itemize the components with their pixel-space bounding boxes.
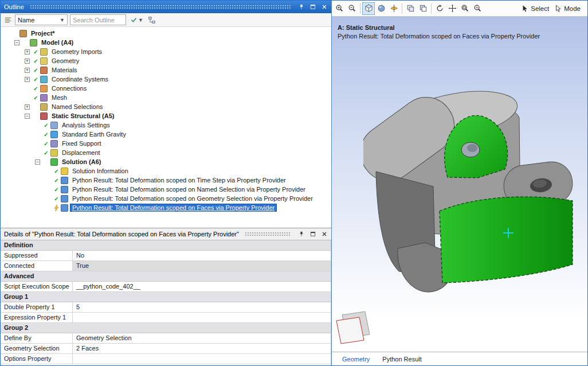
graphics-toolbar: SelectMode xyxy=(332,1,587,17)
details-row-value[interactable]: 2 Faces xyxy=(73,344,331,354)
maximize-icon[interactable] xyxy=(308,3,317,11)
details-row-value[interactable]: Geometry Selection xyxy=(73,333,331,344)
collapse-icon[interactable]: − xyxy=(14,40,19,45)
tree-item[interactable]: ✓Python Result: Total Deformation scoped… xyxy=(1,194,331,203)
tree-item-label: Solution (A6) xyxy=(60,158,103,165)
filter-list-icon[interactable] xyxy=(3,15,13,25)
outline-titlebar[interactable]: Outline xyxy=(1,1,331,13)
project-icon xyxy=(19,30,27,37)
tree-item[interactable]: Project* xyxy=(1,29,331,38)
close-icon[interactable] xyxy=(320,230,329,239)
section-plane-icon[interactable] xyxy=(387,2,400,15)
select-label[interactable]: Select xyxy=(531,5,549,12)
details-panel-title: Details of "Python Result: Total Deforma… xyxy=(4,231,239,237)
graphics-viewport[interactable]: A: Static Structural Python Result: Tota… xyxy=(332,17,587,352)
details-row-value[interactable] xyxy=(73,354,331,364)
pan-icon[interactable] xyxy=(446,2,458,15)
tree-item[interactable]: ✓Fixed Support xyxy=(1,139,331,148)
chevron-down-icon: ▼ xyxy=(60,17,65,23)
tree-item[interactable]: ✓Python Result: Total Deformation scoped… xyxy=(1,185,331,194)
tree-item[interactable]: +✓Materials xyxy=(1,65,331,75)
image-capture-icon[interactable] xyxy=(404,2,417,15)
check-icon: ✓ xyxy=(53,168,60,174)
name-filter-dropdown[interactable]: Name ▼ xyxy=(15,14,68,25)
tree-item[interactable]: −Solution (A6) xyxy=(1,157,331,166)
mode-cursor-icon xyxy=(554,5,562,13)
expand-icon[interactable]: + xyxy=(25,49,30,54)
image-capture-alt-icon[interactable] xyxy=(417,2,429,15)
tree-item[interactable]: ✓Mesh xyxy=(1,93,331,102)
tree-item[interactable]: ✓Solution Information xyxy=(1,166,331,176)
tree-item-label: Named Selections xyxy=(50,103,104,110)
check-icon: ✓ xyxy=(42,131,50,138)
expand-icon[interactable]: + xyxy=(25,104,30,110)
toolbar-separator xyxy=(360,3,360,14)
graphics-column: SelectMode A: Static Structural Python R… xyxy=(332,1,587,365)
zoom-box-icon[interactable] xyxy=(458,2,471,15)
tree-item[interactable]: Python Result: Total Deformation scoped … xyxy=(1,203,331,212)
search-input[interactable] xyxy=(70,14,126,25)
details-row-value[interactable]: 5 xyxy=(73,302,331,313)
details-row-label: Options Property xyxy=(1,354,73,364)
maximize-icon[interactable] xyxy=(308,230,317,239)
rotate-icon[interactable] xyxy=(433,2,446,15)
check-filter-dropdown[interactable]: ▼ xyxy=(128,14,145,25)
check-filter-icon xyxy=(130,16,138,24)
tree-item-label: Model (A4) xyxy=(40,39,75,46)
details-row-value[interactable] xyxy=(73,313,331,323)
details-row-label: Define By xyxy=(1,333,73,344)
tab-geometry[interactable]: Geometry xyxy=(336,355,375,364)
collapse-icon[interactable]: − xyxy=(35,159,40,165)
close-icon[interactable] xyxy=(320,3,329,11)
details-row-label: Connected xyxy=(1,261,73,271)
result-label: Python Result: Total Deformation scoped … xyxy=(338,32,540,41)
model-3d-geometry[interactable] xyxy=(363,85,587,309)
zoom-in-icon[interactable] xyxy=(333,2,346,15)
tree-item[interactable]: −Model (A4) xyxy=(1,38,331,47)
tree-item[interactable]: ✓Displacement xyxy=(1,148,331,157)
check-icon: ✓ xyxy=(53,177,60,184)
pin-icon[interactable] xyxy=(297,3,306,11)
tree-item[interactable]: −Static Structural (A5) xyxy=(1,111,331,120)
tree-item[interactable]: +Named Selections xyxy=(1,102,331,111)
displacement-icon xyxy=(50,149,58,157)
details-table: DefinitionSuppressedNoConnectedTrueAdvan… xyxy=(1,240,331,365)
tree-item-label: Python Result: Total Deformation scoped … xyxy=(70,195,315,202)
tree-item-label: Project* xyxy=(29,30,57,37)
expand-icon[interactable]: + xyxy=(25,59,30,64)
collapse-icon[interactable]: − xyxy=(25,114,30,119)
tree-item[interactable]: ✓Analysis Settings xyxy=(1,120,331,130)
isometric-view-icon[interactable] xyxy=(362,2,375,15)
tree-item[interactable]: +✓Geometry Imports xyxy=(1,47,331,56)
details-row-value[interactable]: No xyxy=(73,251,331,261)
tab-python-result[interactable]: Python Result xyxy=(377,355,427,364)
details-row-value[interactable]: __python_code_402__ xyxy=(73,282,331,292)
details-section-header: Definition xyxy=(1,240,331,251)
coordinate-systems-icon xyxy=(40,76,48,83)
tree-item-label: Displacement xyxy=(60,149,102,156)
details-row-label: Suppressed xyxy=(1,251,73,261)
left-column: Outline Name ▼ xyxy=(1,1,332,365)
tree-item[interactable]: ✓Connections xyxy=(1,84,331,93)
tree-item[interactable]: ✓Standard Earth Gravity xyxy=(1,130,331,139)
expand-icon[interactable]: + xyxy=(25,77,30,82)
details-titlebar[interactable]: Details of "Python Result: Total Deforma… xyxy=(1,228,331,240)
details-row-label: Double Property 1 xyxy=(1,302,73,313)
shaded-view-icon[interactable] xyxy=(375,2,387,15)
expand-icon[interactable]: + xyxy=(25,68,30,73)
tree-item[interactable]: +✓Coordinate Systems xyxy=(1,75,331,84)
check-icon: ✓ xyxy=(32,49,40,55)
zoom-fit-icon[interactable] xyxy=(471,2,484,15)
tree-item[interactable]: +✓Geometry xyxy=(1,56,331,65)
titlebar-drag-handle[interactable] xyxy=(30,5,291,10)
pin-icon[interactable] xyxy=(297,230,306,239)
model-icon xyxy=(30,39,37,46)
zoom-out-icon[interactable] xyxy=(346,2,358,15)
outline-panel: Outline Name ▼ xyxy=(1,1,331,228)
check-icon: ✓ xyxy=(53,196,60,202)
tree-item[interactable]: ✓Python Result: Total Deformation scoped… xyxy=(1,176,331,185)
titlebar-drag-handle[interactable] xyxy=(245,232,291,237)
expand-model-icon[interactable] xyxy=(147,15,157,25)
details-row-value: True xyxy=(73,261,331,271)
mode-label[interactable]: Mode xyxy=(564,5,581,12)
